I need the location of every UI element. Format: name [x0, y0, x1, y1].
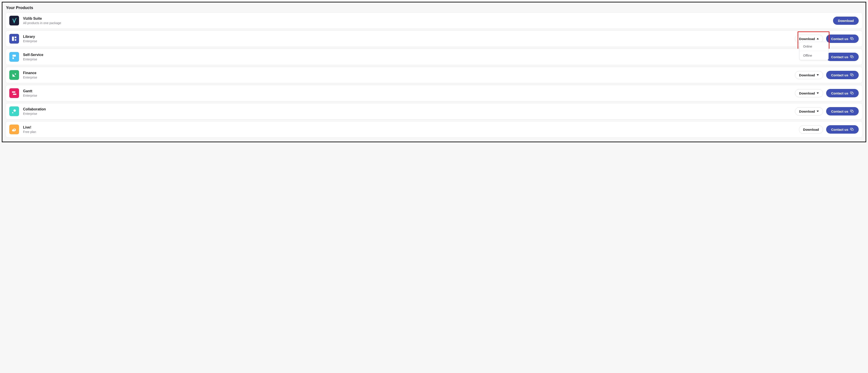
product-name: Self-Service	[23, 53, 822, 57]
svg-rect-25	[851, 129, 854, 131]
product-name: Gantt	[23, 89, 791, 94]
self-service-icon	[9, 52, 19, 62]
vizlib-suite-icon: +	[9, 16, 19, 26]
svg-rect-1	[12, 36, 14, 41]
product-subtitle: Enterprise	[23, 76, 791, 79]
svg-rect-15	[12, 91, 15, 93]
chat-icon	[850, 37, 854, 41]
download-dropdown-button[interactable]: Download	[795, 71, 823, 79]
svg-rect-5	[851, 38, 854, 40]
download-button-label: Download	[799, 109, 815, 113]
live-icon	[9, 125, 19, 134]
product-info: Collaboration Enterprise	[23, 107, 791, 116]
section-title: Your Products	[6, 5, 863, 10]
chevron-down-icon	[817, 93, 819, 94]
product-info: Gantt Enterprise	[23, 89, 791, 98]
svg-rect-18	[851, 93, 854, 94]
product-info: Self-Service Enterprise	[23, 53, 822, 61]
product-actions: Download	[833, 16, 859, 25]
download-button-label: Download	[799, 37, 815, 41]
svg-rect-14	[851, 74, 854, 76]
chat-icon	[850, 73, 854, 77]
contact-us-label: Contact us	[831, 109, 848, 113]
product-subtitle: Enterprise	[23, 39, 791, 43]
product-row-library: Library Enterprise Download Contact us	[5, 31, 863, 47]
your-products-panel: Your Products + Vizlib Suite All product…	[2, 2, 866, 142]
chat-icon	[850, 109, 854, 113]
product-name: Collaboration	[23, 107, 791, 112]
product-info: Finance Enterprise	[23, 71, 791, 79]
svg-rect-7	[12, 57, 14, 59]
product-name: Finance	[23, 71, 791, 75]
svg-point-20	[12, 112, 13, 113]
chevron-down-icon	[817, 111, 819, 112]
dropdown-option-online[interactable]: Online	[800, 42, 828, 51]
contact-us-button[interactable]: Contact us	[826, 71, 859, 79]
product-actions: Download Contact us	[795, 107, 859, 115]
contact-us-label: Contact us	[831, 37, 848, 41]
product-subtitle: Enterprise	[23, 58, 822, 61]
contact-us-button[interactable]: Contact us	[826, 35, 859, 43]
contact-us-label: Contact us	[831, 91, 848, 95]
contact-us-button[interactable]: Contact us	[826, 107, 859, 115]
product-actions: Contact us	[826, 53, 859, 61]
product-info: Library Enterprise	[23, 35, 791, 43]
product-actions: Download Contact us	[795, 71, 859, 79]
download-button-label: Download	[799, 91, 815, 95]
chat-icon	[850, 128, 854, 131]
chat-icon	[850, 91, 854, 95]
download-button-label: Download	[838, 19, 854, 23]
product-subtitle: Enterprise	[23, 112, 791, 115]
svg-rect-16	[13, 94, 17, 95]
download-button-label: Download	[799, 73, 815, 77]
download-dropdown-button[interactable]: Download	[795, 107, 823, 115]
contact-us-button[interactable]: Contact us	[826, 89, 859, 97]
collaboration-icon	[9, 106, 19, 116]
svg-point-19	[13, 109, 16, 112]
chat-icon	[850, 55, 854, 59]
svg-point-12	[15, 73, 16, 74]
product-info: Vizlib Suite All products in one package	[23, 16, 829, 25]
product-list: + Vizlib Suite All products in one packa…	[5, 12, 863, 138]
download-button[interactable]: Download	[833, 16, 859, 25]
product-subtitle: All products in one package	[23, 21, 829, 25]
gantt-icon	[9, 88, 19, 98]
contact-us-label: Contact us	[831, 128, 848, 131]
chevron-down-icon	[817, 74, 819, 76]
product-name: Live!	[23, 125, 795, 130]
svg-rect-22	[851, 111, 854, 112]
product-row-live: Live! Free plan Download Contact us	[5, 121, 863, 138]
dropdown-option-offline[interactable]: Offline	[800, 51, 828, 60]
product-row-self-service: Self-Service Enterprise Contact us	[5, 49, 863, 65]
product-name: Vizlib Suite	[23, 16, 829, 21]
download-button[interactable]: Download	[799, 126, 823, 134]
contact-us-label: Contact us	[831, 55, 848, 59]
svg-point-3	[14, 39, 17, 41]
product-row-collaboration: Collaboration Enterprise Download Contac…	[5, 103, 863, 120]
product-actions: Download Contact us	[795, 89, 859, 97]
library-icon	[9, 34, 19, 43]
download-dropdown-button[interactable]: Download	[795, 89, 823, 97]
svg-rect-2	[14, 36, 17, 38]
product-actions: Download Contact us	[799, 125, 859, 134]
finance-icon	[9, 70, 19, 80]
product-row-finance: Finance Enterprise Download Contact us	[5, 67, 863, 83]
svg-rect-9	[851, 57, 854, 58]
contact-us-button[interactable]: Contact us	[826, 53, 859, 61]
product-row-gantt: Gantt Enterprise Download Contact us	[5, 85, 863, 101]
svg-rect-6	[12, 55, 16, 57]
product-info: Live! Free plan	[23, 125, 795, 134]
product-row-vizlib-suite: + Vizlib Suite All products in one packa…	[5, 12, 863, 29]
product-subtitle: Enterprise	[23, 94, 791, 97]
product-name: Library	[23, 35, 791, 39]
product-subtitle: Free plan	[23, 130, 795, 134]
download-button-label: Download	[803, 128, 819, 131]
contact-us-label: Contact us	[831, 73, 848, 77]
contact-us-button[interactable]: Contact us	[826, 125, 859, 134]
chevron-up-icon	[817, 38, 819, 39]
svg-text:+: +	[15, 18, 17, 20]
download-dropdown-menu: Online Offline	[799, 42, 829, 60]
download-dropdown-button[interactable]: Download	[795, 35, 823, 43]
